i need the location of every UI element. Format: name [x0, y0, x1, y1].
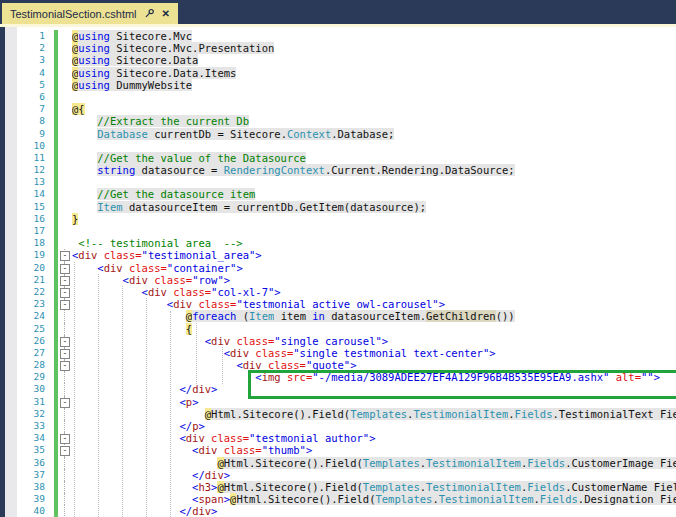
code-line[interactable]: 27- <div class="single_testmonial text-c…: [0, 347, 676, 359]
code-line[interactable]: 7@{: [0, 103, 676, 115]
outlining-margin: -: [58, 347, 72, 359]
code-text: //Get the datasource item: [72, 188, 676, 200]
code-line[interactable]: 8 //Extract the current Db: [0, 115, 676, 127]
outlining-margin: [58, 164, 72, 176]
code-line[interactable]: 34- <div class="testmonial_author">: [0, 432, 676, 444]
code-line[interactable]: 15 Item datasourceItem = currentDb.GetIt…: [0, 201, 676, 213]
code-line[interactable]: 9 Database currentDb = Sitecore.Context.…: [0, 128, 676, 140]
line-number: 3: [0, 54, 50, 66]
code-line[interactable]: 5@using DummyWebsite: [0, 79, 676, 91]
code-line[interactable]: 12 string datasource = RenderingContext.…: [0, 164, 676, 176]
code-line[interactable]: 11 //Get the value of the Datasource: [0, 152, 676, 164]
outlining-margin: [58, 237, 72, 249]
code-line[interactable]: 39 <span>@Html.Sitecore().Field(Template…: [0, 493, 676, 505]
outlining-margin: [58, 408, 72, 420]
outlining-margin: [58, 481, 72, 493]
tab-testimonialsection[interactable]: TestimonialSection.cshtml ✕: [2, 3, 178, 24]
line-number: 2: [0, 42, 50, 54]
code-text: [72, 225, 676, 237]
fold-collapse-icon[interactable]: -: [60, 434, 70, 444]
outlining-margin: -: [58, 286, 72, 298]
code-line[interactable]: 4@using Sitecore.Data.Items: [0, 67, 676, 79]
code-editor[interactable]: 1@using Sitecore.Mvc2@using Sitecore.Mvc…: [0, 27, 676, 517]
fold-collapse-icon[interactable]: -: [60, 288, 70, 298]
outlining-margin: [58, 54, 72, 66]
code-line[interactable]: 19-<div class="testimonial_area">: [0, 249, 676, 261]
code-text: <div class="testmonial_active owl-carous…: [72, 298, 676, 310]
code-line[interactable]: 25 {: [0, 323, 676, 335]
code-text: <h3>@Html.Sitecore().Field(Templates.Tes…: [72, 481, 676, 493]
code-text: @using Sitecore.Data.Items: [72, 67, 676, 79]
outlining-margin: [58, 140, 72, 152]
line-number: 29: [0, 371, 50, 383]
line-number: 16: [0, 213, 50, 225]
code-line[interactable]: 26- <div class="single_carousel">: [0, 335, 676, 347]
code-line[interactable]: 13: [0, 176, 676, 188]
outlining-margin: [58, 79, 72, 91]
line-number: 34: [0, 432, 50, 444]
line-number: 23: [0, 298, 50, 310]
line-number: 30: [0, 383, 50, 395]
code-text: @{: [72, 103, 676, 115]
code-line[interactable]: 1@using Sitecore.Mvc: [0, 30, 676, 42]
code-line[interactable]: 20- <div class="container">: [0, 262, 676, 274]
fold-collapse-icon[interactable]: -: [60, 361, 70, 371]
line-number: 5: [0, 79, 50, 91]
fold-collapse-icon[interactable]: -: [60, 300, 70, 310]
code-line[interactable]: 37 </div>: [0, 469, 676, 481]
outlining-margin: -: [58, 249, 72, 261]
line-number: 10: [0, 140, 50, 152]
code-line[interactable]: 10: [0, 140, 676, 152]
outlining-margin: [58, 67, 72, 79]
outlining-margin: [58, 505, 72, 517]
line-number: 31: [0, 396, 50, 408]
outlining-margin: [58, 115, 72, 127]
code-line[interactable]: 32 @Html.Sitecore().Field(Templates.Test…: [0, 408, 676, 420]
line-number: 25: [0, 323, 50, 335]
code-line[interactable]: 23- <div class="testmonial_active owl-ca…: [0, 298, 676, 310]
code-line[interactable]: 3@using Sitecore.Data: [0, 54, 676, 66]
code-line[interactable]: 14 //Get the datasource item: [0, 188, 676, 200]
tab-title: TestimonialSection.cshtml: [10, 8, 137, 20]
code-line[interactable]: 33 </p>: [0, 420, 676, 432]
fold-collapse-icon[interactable]: -: [60, 251, 70, 261]
code-line[interactable]: 2@using Sitecore.Mvc.Presentation: [0, 42, 676, 54]
outlining-margin: [58, 128, 72, 140]
line-number: 19: [0, 249, 50, 261]
fold-collapse-icon[interactable]: -: [60, 337, 70, 347]
line-number: 36: [0, 457, 50, 469]
outlining-margin: [58, 42, 72, 54]
code-text: @Html.Sitecore().Field(Templates.Testimo…: [72, 457, 676, 469]
fold-collapse-icon[interactable]: -: [60, 349, 70, 359]
fold-collapse-icon[interactable]: -: [60, 264, 70, 274]
code-line[interactable]: 16}: [0, 213, 676, 225]
fold-collapse-icon[interactable]: -: [60, 276, 70, 286]
outlining-margin: [58, 225, 72, 237]
code-area[interactable]: 1@using Sitecore.Mvc2@using Sitecore.Mvc…: [0, 30, 676, 517]
code-line[interactable]: 36 @Html.Sitecore().Field(Templates.Test…: [0, 457, 676, 469]
code-line[interactable]: 17: [0, 225, 676, 237]
code-line[interactable]: 21- <div class="row">: [0, 274, 676, 286]
code-text: <!-- testimonial_area -->: [72, 237, 676, 249]
outlining-margin: [58, 176, 72, 188]
outlining-margin: -: [58, 444, 72, 456]
code-line[interactable]: 6: [0, 91, 676, 103]
pin-icon[interactable]: [144, 8, 155, 19]
code-line[interactable]: 22- <div class="col-xl-7">: [0, 286, 676, 298]
code-text: <span>@Html.Sitecore().Field(Templates.T…: [72, 493, 676, 505]
code-text: </div>: [72, 505, 676, 517]
code-line[interactable]: 35- <div class="thumb">: [0, 444, 676, 456]
line-number: 28: [0, 359, 50, 371]
fold-collapse-icon[interactable]: -: [60, 446, 70, 456]
code-line[interactable]: 24 @foreach (Item item in datasourceItem…: [0, 310, 676, 322]
code-text: [72, 91, 676, 103]
code-line[interactable]: 40 </div>: [0, 505, 676, 517]
outlining-margin: [58, 91, 72, 103]
line-number: 27: [0, 347, 50, 359]
code-line[interactable]: 38 <h3>@Html.Sitecore().Field(Templates.…: [0, 481, 676, 493]
line-number: 37: [0, 469, 50, 481]
close-icon[interactable]: ✕: [162, 8, 170, 19]
code-line[interactable]: 18 <!-- testimonial_area -->: [0, 237, 676, 249]
line-number: 17: [0, 225, 50, 237]
fold-collapse-icon[interactable]: -: [60, 398, 70, 408]
